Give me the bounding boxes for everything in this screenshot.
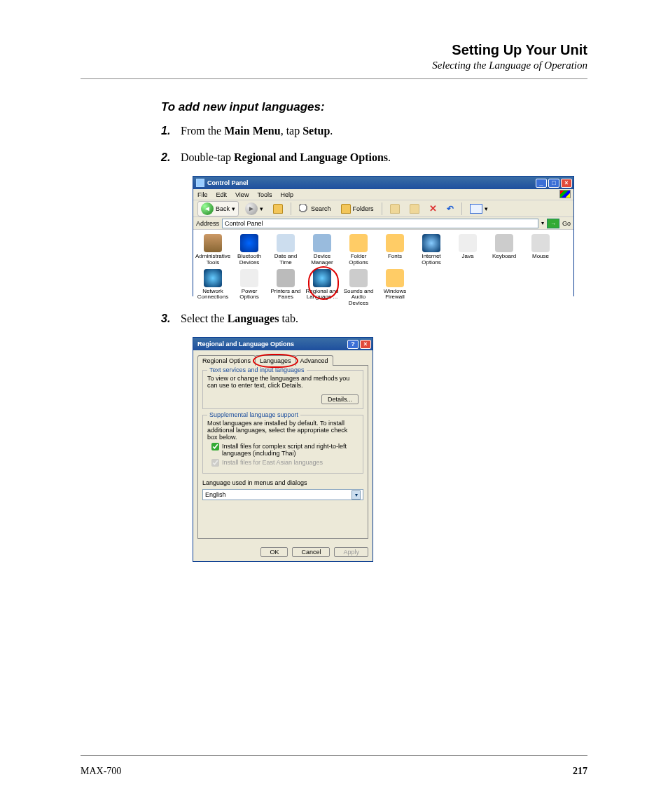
checkbox-label: Install files for complex script and rig…: [222, 443, 359, 457]
details-button[interactable]: Details...: [321, 394, 359, 404]
icon-label: Sounds and Audio Devices: [341, 289, 376, 307]
apply-button[interactable]: Apply: [334, 547, 368, 557]
page-header: Setting Up Your Unit Selecting the Langu…: [81, 42, 587, 71]
cp-icon-ie[interactable]: Internet Options: [413, 233, 450, 268]
prn-icon: [277, 269, 295, 287]
group-text-services: Text services and input languages To vie…: [202, 370, 363, 409]
cancel-button[interactable]: Cancel: [292, 547, 330, 557]
reg-icon: [313, 269, 331, 287]
chevron-down-icon: ▾: [352, 490, 361, 500]
titlebar: Regional and Language Options ? ×: [193, 338, 373, 350]
step-2: 2. Double-tap Regional and Language Opti…: [161, 149, 587, 166]
go-label: Go: [562, 220, 571, 227]
moveto-button[interactable]: [387, 202, 403, 215]
menu-view[interactable]: View: [235, 191, 249, 198]
cp-icon-prn[interactable]: Printers and Faxes: [267, 268, 304, 308]
menu-file[interactable]: File: [197, 191, 208, 198]
icon-label: Network Connections: [195, 289, 230, 301]
cp-icon-font[interactable]: Fonts: [377, 233, 413, 268]
icon-label: Java: [450, 254, 485, 260]
checkbox-input: [211, 459, 219, 467]
forward-button[interactable]: ► ▾: [242, 201, 267, 216]
windows-flag-icon: [559, 190, 571, 198]
fold-icon: [349, 234, 368, 252]
cp-icon-snd[interactable]: Sounds and Audio Devices: [340, 268, 377, 308]
icon-label: Device Manager: [305, 254, 340, 266]
window-title: Control Panel: [207, 179, 536, 186]
step-number: 1.: [161, 123, 181, 139]
undo-button[interactable]: ↶: [443, 202, 457, 215]
icon-label: Mouse: [523, 254, 558, 260]
checkbox-label: Install files for East Asian languages: [222, 459, 323, 467]
step-1: 1. From the Main Menu, tap Setup.: [161, 123, 587, 139]
cp-icon-admin[interactable]: Administrative Tools: [195, 233, 231, 268]
mouse-icon: [531, 234, 550, 252]
control-panel-body: Administrative ToolsBluetooth DevicesDat…: [193, 230, 573, 311]
group-text: Most languages are installed by default.…: [207, 420, 359, 441]
minimize-button[interactable]: _: [536, 179, 547, 188]
group-supplemental: Supplemental language support Most langu…: [202, 415, 363, 474]
cp-icon-dt[interactable]: Date and Time: [267, 233, 304, 268]
cp-icon-kb[interactable]: Keyboard: [486, 233, 522, 268]
group-title: Text services and input languages: [207, 366, 307, 373]
cp-icon-fw[interactable]: Windows Firewall: [377, 268, 413, 308]
tab-strip: Regional Options Languages Advanced: [197, 355, 368, 366]
cp-icon-net[interactable]: Network Connections: [195, 268, 231, 308]
ok-button[interactable]: OK: [260, 547, 288, 557]
lang-used-label: Language used in menus and dialogs: [202, 479, 363, 486]
delete-button[interactable]: ✕: [426, 202, 440, 215]
tab-languages[interactable]: Languages: [255, 355, 296, 366]
titlebar: Control Panel _ □ ×: [193, 177, 573, 189]
menu-tools[interactable]: Tools: [257, 191, 272, 198]
icon-label: Fonts: [377, 254, 412, 260]
cp-icon-reg[interactable]: Regional and Language ...: [304, 268, 340, 308]
address-input[interactable]: [222, 219, 538, 228]
cp-icon-mouse[interactable]: Mouse: [522, 233, 559, 268]
group-text: To view or change the languages and meth…: [207, 375, 359, 389]
go-button[interactable]: →: [547, 219, 559, 228]
address-label: Address: [196, 220, 219, 227]
back-button[interactable]: ◄Back ▾: [197, 201, 239, 216]
folders-button[interactable]: Folders: [338, 202, 377, 215]
admin-icon: [204, 234, 222, 252]
help-button[interactable]: ?: [347, 340, 359, 349]
checkbox-east-asian[interactable]: Install files for East Asian languages: [211, 459, 359, 467]
regional-options-window: Regional and Language Options ? × Region…: [193, 337, 373, 562]
step-number: 2.: [161, 149, 181, 166]
menubar: File Edit View Tools Help: [193, 189, 573, 200]
up-button[interactable]: [270, 202, 286, 215]
fw-icon: [386, 269, 404, 287]
tab-regional-options[interactable]: Regional Options: [197, 355, 256, 366]
checkbox-complex-script[interactable]: Install files for complex script and rig…: [211, 443, 359, 457]
icon-label: Internet Options: [414, 254, 449, 266]
close-button[interactable]: ×: [561, 179, 572, 188]
cp-icon-dev[interactable]: Device Manager: [304, 233, 340, 268]
menu-edit[interactable]: Edit: [216, 191, 228, 198]
toolbar: ◄Back ▾ ► ▾ Search Folders ✕ ↶ ▾: [193, 200, 573, 217]
dialog-buttons: OK Cancel Apply: [193, 543, 373, 561]
window-icon: [196, 179, 204, 187]
copyto-button[interactable]: [406, 202, 423, 215]
cp-icon-pwr[interactable]: Power Options: [231, 268, 267, 308]
icon-label: Printers and Faxes: [268, 289, 303, 301]
tab-advanced[interactable]: Advanced: [295, 355, 333, 366]
cp-icon-fold[interactable]: Folder Options: [340, 233, 377, 268]
cp-icon-bt[interactable]: Bluetooth Devices: [231, 233, 267, 268]
icon-label: Keyboard: [487, 254, 522, 260]
select-value: English: [205, 491, 226, 498]
page-number: 217: [573, 766, 587, 777]
menu-help[interactable]: Help: [280, 191, 293, 198]
kb-icon: [495, 234, 513, 252]
step-body: From the Main Menu, tap Setup.: [181, 123, 587, 139]
search-button[interactable]: Search: [295, 202, 335, 215]
dev-icon: [313, 234, 331, 252]
product-label: MAX-700: [81, 766, 121, 777]
figure-control-panel: Control Panel _ □ × File Edit View Tools…: [193, 176, 587, 296]
views-button[interactable]: ▾: [466, 202, 492, 215]
close-button[interactable]: ×: [360, 340, 371, 349]
checkbox-input[interactable]: [211, 443, 219, 450]
cp-icon-java[interactable]: Java: [450, 233, 486, 268]
language-select[interactable]: English ▾: [202, 489, 363, 500]
maximize-button[interactable]: □: [548, 179, 559, 188]
control-panel-window: Control Panel _ □ × File Edit View Tools…: [193, 176, 574, 296]
